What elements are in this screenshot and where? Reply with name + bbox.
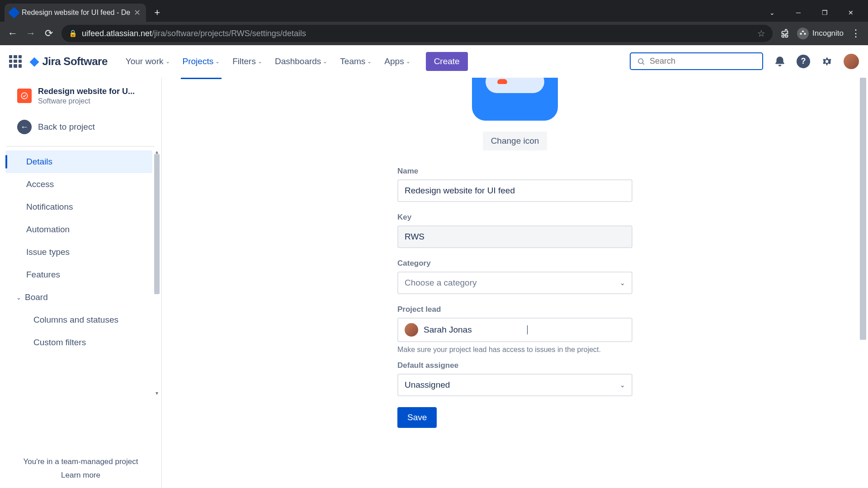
sidebar-item-automation[interactable]: Automation [5,218,152,241]
name-input[interactable] [397,179,632,202]
chevron-down-icon: ⌄ [620,381,625,389]
settings-sidebar: Redesign website for U... Software proje… [0,78,162,488]
sidebar-item-features[interactable]: Features [5,263,152,286]
project-lead-input[interactable]: Sarah Jonas [397,318,632,342]
reload-icon[interactable]: ⟳ [43,28,54,39]
browser-tab[interactable]: Redesign website for UI feed - De ✕ [5,4,146,22]
sidebar-item-board[interactable]: ⌄ Board [5,286,152,309]
jira-logo[interactable]: ◆ Jira Software [30,54,108,68]
divider [6,146,155,147]
close-tab-icon[interactable]: ✕ [134,8,141,18]
chevron-down-icon: ⌄ [258,58,262,65]
nav-teams[interactable]: Teams⌄ [335,53,376,70]
back-to-project-link[interactable]: ← Back to project [0,112,161,142]
svg-line-1 [642,63,644,64]
project-header[interactable]: Redesign website for U... Software proje… [0,87,161,112]
text-cursor [527,325,528,334]
default-assignee-label: Default assignee [397,361,632,370]
sidebar-item-notifications[interactable]: Notifications [5,196,152,218]
minimize-icon[interactable]: ─ [792,9,805,16]
user-avatar[interactable] [844,54,859,69]
key-input[interactable] [397,225,632,248]
sidebar-item-details[interactable]: Details [5,150,152,173]
nav-filters[interactable]: Filters⌄ [228,53,267,70]
bookmark-star-icon[interactable]: ☆ [757,28,765,39]
new-tab-button[interactable]: + [154,7,160,19]
url-text: uifeed.atlassian.net/jira/software/proje… [82,29,306,38]
maximize-icon[interactable]: ❐ [818,9,831,16]
toggle-illustration [486,78,544,93]
chevron-down-icon[interactable]: ⌄ [766,9,778,16]
notifications-icon[interactable] [773,55,787,68]
project-title: Redesign website for U... [38,87,135,96]
app-switcher-icon[interactable] [9,55,22,68]
jira-logo-icon: ◆ [30,54,39,68]
extensions-icon[interactable] [780,28,790,38]
incognito-icon [797,28,809,39]
chevron-down-icon: ⌄ [620,279,625,286]
address-bar: ← → ⟳ 🔒 uifeed.atlassian.net/jira/softwa… [0,22,868,45]
category-label: Category [397,259,632,268]
sidebar-item-columns[interactable]: Columns and statuses [5,309,152,331]
project-subtitle: Software project [38,97,135,105]
project-lead-helper: Make sure your project lead has access t… [397,346,632,354]
back-icon[interactable]: ← [7,28,18,39]
main-scrollbar[interactable] [861,78,867,488]
chevron-down-icon: ⌄ [406,58,410,65]
chevron-down-icon: ⌄ [165,58,170,65]
svg-point-2 [21,93,28,99]
main-scrollbar-thumb[interactable] [860,78,866,340]
sidebar-item-custom-filters[interactable]: Custom filters [5,331,152,354]
change-icon-button[interactable]: Change icon [483,131,547,150]
nav-projects[interactable]: Projects⌄ [178,53,225,70]
nav-your-work[interactable]: Your work⌄ [121,53,175,70]
incognito-indicator[interactable]: Incognito [797,28,844,39]
save-button[interactable]: Save [397,407,437,428]
learn-more-link[interactable]: Learn more [11,471,151,480]
svg-point-0 [638,59,643,64]
sidebar-scrollbar-thumb[interactable] [154,154,160,294]
key-label: Key [397,213,632,222]
jira-favicon [8,7,19,18]
settings-gear-icon[interactable] [820,55,834,68]
category-select[interactable]: Choose a category ⌄ [397,272,632,294]
tab-title: Redesign website for UI feed - De [22,9,130,17]
chevron-down-icon: ⌄ [323,58,327,65]
create-button[interactable]: Create [426,52,468,71]
chevron-down-icon: ⌄ [16,294,21,301]
help-icon[interactable]: ? [797,55,810,68]
name-label: Name [397,167,632,176]
close-window-icon[interactable]: ✕ [844,9,857,16]
default-assignee-select[interactable]: Unassigned ⌄ [397,374,632,396]
nav-apps[interactable]: Apps⌄ [380,53,415,70]
chevron-down-icon: ⌄ [215,58,220,65]
nav-dashboards[interactable]: Dashboards⌄ [270,53,332,70]
search-icon [637,57,645,66]
chevron-down-icon: ⌄ [367,58,372,65]
lock-icon: 🔒 [69,29,77,38]
forward-icon[interactable]: → [25,28,36,39]
sidebar-item-access[interactable]: Access [5,173,152,196]
main-content: Change icon Name Key Category Choose a c… [162,78,868,488]
browser-tab-strip: Redesign website for UI feed - De ✕ + ⌄ … [0,0,868,22]
browser-menu-icon[interactable]: ⋮ [851,28,861,39]
search-input[interactable] [630,52,763,70]
url-input[interactable]: 🔒 uifeed.atlassian.net/jira/software/pro… [61,25,773,42]
sidebar-footer: You're in a team-managed project Learn m… [0,449,161,488]
project-icon [17,89,32,103]
lead-avatar [405,323,418,337]
sidebar-item-issue-types[interactable]: Issue types [5,241,152,263]
project-icon-preview [472,78,558,121]
project-lead-label: Project lead [397,305,632,314]
app-topbar: ◆ Jira Software Your work⌄ Projects⌄ Fil… [0,45,868,78]
scroll-down-icon[interactable]: ▾ [154,390,160,396]
back-arrow-icon: ← [17,120,32,134]
